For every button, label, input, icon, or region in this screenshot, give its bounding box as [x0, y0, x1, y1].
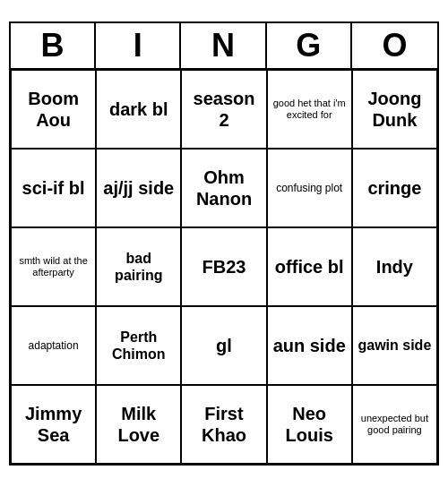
- bingo-cell: confusing plot: [267, 149, 352, 227]
- bingo-cell: Joong Dunk: [352, 70, 437, 149]
- bingo-cell: adaptation: [11, 306, 96, 385]
- bingo-cell: First Khao: [181, 385, 266, 464]
- header-letter: B: [11, 23, 96, 68]
- header-letter: N: [181, 23, 266, 68]
- bingo-cell: sci-if bl: [11, 149, 96, 227]
- bingo-cell: Milk Love: [96, 385, 181, 464]
- bingo-cell: good het that i'm excited for: [267, 70, 352, 149]
- bingo-cell: aun side: [267, 306, 352, 385]
- bingo-cell: Perth Chimon: [96, 306, 181, 385]
- bingo-cell: Neo Louis: [267, 385, 352, 464]
- bingo-cell: bad pairing: [96, 227, 181, 306]
- bingo-header: BINGO: [9, 21, 439, 68]
- bingo-cell: gl: [181, 306, 266, 385]
- bingo-cell: FB23: [181, 227, 266, 306]
- bingo-cell: unexpected but good pairing: [352, 385, 437, 464]
- bingo-cell: Indy: [352, 227, 437, 306]
- bingo-cell: dark bl: [96, 70, 181, 149]
- bingo-cell: gawin side: [352, 306, 437, 385]
- bingo-cell: Ohm Nanon: [181, 149, 266, 227]
- bingo-cell: office bl: [267, 227, 352, 306]
- bingo-cell: aj/jj side: [96, 149, 181, 227]
- header-letter: O: [352, 23, 437, 68]
- bingo-cell: Boom Aou: [11, 70, 96, 149]
- bingo-cell: smth wild at the afterparty: [11, 227, 96, 306]
- bingo-card: BINGO Boom Aoudark blseason 2good het th…: [9, 21, 439, 466]
- bingo-cell: season 2: [181, 70, 266, 149]
- bingo-grid: Boom Aoudark blseason 2good het that i'm…: [9, 68, 439, 466]
- bingo-cell: Jimmy Sea: [11, 385, 96, 464]
- header-letter: G: [267, 23, 352, 68]
- header-letter: I: [96, 23, 181, 68]
- bingo-cell: cringe: [352, 149, 437, 227]
